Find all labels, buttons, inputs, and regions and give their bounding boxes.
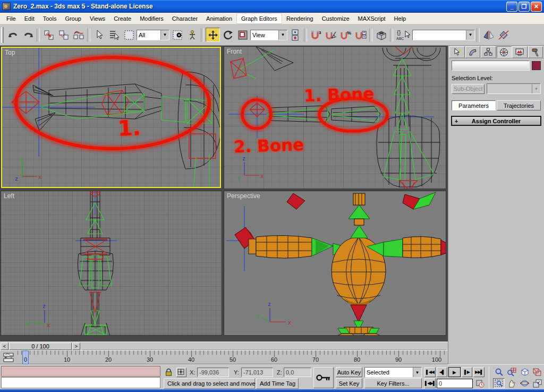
time-slider-next-button[interactable]: > (72, 343, 80, 350)
spinner-snap-button[interactable] (353, 28, 368, 42)
minimize-button[interactable]: _ (506, 2, 517, 12)
tab-motion[interactable] (497, 46, 512, 58)
select-object-button[interactable] (92, 28, 106, 42)
top-viewport-canvas[interactable]: y x z (2, 48, 221, 188)
parameters-tab-button[interactable]: Parameters (452, 100, 496, 110)
go-to-start-button[interactable]: ▌◀◀ (424, 367, 436, 377)
auto-key-button[interactable]: Auto Key (336, 367, 362, 377)
selection-region-button[interactable] (122, 28, 136, 42)
viewport-top-label[interactable]: Top (5, 49, 15, 56)
selection-filter-combo[interactable]: All ▼ (137, 30, 169, 40)
select-and-scale-button[interactable] (235, 28, 250, 42)
tab-display[interactable] (512, 46, 528, 58)
tab-utilities[interactable] (528, 46, 543, 58)
align-button[interactable] (496, 28, 511, 42)
viewport-front[interactable]: z x y Front 1. Bone 2. Bone (224, 46, 446, 189)
viewport-perspective-label[interactable]: Perspective (227, 192, 260, 200)
menu-animation[interactable]: Animation (202, 14, 236, 23)
menu-tools[interactable]: Tools (39, 14, 61, 23)
chevron-down-icon[interactable]: ▼ (160, 30, 169, 40)
key-filters-button[interactable]: Key Filters... (364, 378, 422, 388)
use-center-flyout-button[interactable] (288, 28, 302, 42)
zoom-extents-all-button[interactable] (531, 367, 543, 377)
menu-create[interactable]: Create (109, 14, 135, 23)
time-slider-prev-button[interactable]: < (1, 343, 8, 350)
select-and-rotate-button[interactable] (220, 28, 235, 42)
menu-maxscript[interactable]: MAXScript (354, 14, 390, 23)
play-button[interactable]: ▶ (448, 367, 461, 377)
key-mode-combo[interactable]: Selected ▼ (364, 367, 422, 378)
select-by-name-button[interactable] (107, 28, 121, 42)
snap-toggle-3d-button[interactable]: 3 (309, 28, 323, 42)
toolbar-grip[interactable] (1, 27, 4, 43)
region-zoom-button[interactable] (493, 378, 505, 388)
add-time-tag[interactable]: Add Time Tag (256, 378, 299, 389)
pan-button[interactable] (506, 378, 517, 388)
menu-character[interactable]: Character (168, 14, 202, 23)
current-frame-field[interactable]: 0 (437, 379, 473, 388)
named-selection-combo[interactable]: ▼ (412, 30, 475, 40)
zoom-button[interactable] (493, 367, 505, 377)
selection-lock-toggle[interactable] (165, 368, 173, 378)
menu-rendering[interactable]: Rendering (282, 14, 318, 23)
time-slider-track[interactable] (82, 343, 446, 350)
min-max-toggle-button[interactable] (531, 378, 543, 388)
reference-coord-combo[interactable]: View ▼ (250, 30, 287, 40)
chevron-down-icon[interactable]: ▼ (466, 30, 474, 40)
key-mode-toggle-button[interactable]: ▌◀▶▌ (424, 378, 436, 388)
z-coord-field[interactable]: 0,0 (284, 368, 311, 377)
menu-file[interactable]: File (2, 14, 20, 23)
sub-object-level-combo[interactable]: ▼ (487, 83, 541, 94)
bind-to-space-warp-button[interactable] (71, 28, 86, 42)
zoom-extents-button[interactable] (518, 367, 530, 377)
tab-hierarchy[interactable] (481, 46, 496, 58)
x-coord-field[interactable]: -99,036 (197, 368, 229, 377)
maxscript-listener-macro-line[interactable] (1, 366, 160, 377)
viewport-front-label[interactable]: Front (227, 48, 242, 55)
redo-button[interactable] (21, 28, 35, 42)
go-to-end-button[interactable]: ▶▶▌ (473, 367, 484, 377)
restore-button[interactable]: ❐ (518, 2, 530, 12)
viewport-top[interactable]: y x z Top 1. (1, 47, 221, 188)
left-viewport-canvas[interactable]: z y x (1, 191, 222, 336)
close-button[interactable]: ✕ (531, 2, 542, 12)
angle-snap-button[interactable] (324, 28, 338, 42)
chevron-down-icon[interactable]: ▼ (278, 30, 287, 40)
select-and-move-button[interactable] (206, 28, 220, 42)
named-selection-sets-button[interactable]: {}ABC (395, 28, 412, 42)
next-frame-button[interactable]: ▌▶ (462, 367, 472, 377)
menu-views[interactable]: Views (86, 14, 109, 23)
trajectories-tab-button[interactable]: Trajectories (497, 100, 541, 110)
select-and-manipulate-button[interactable] (185, 28, 199, 42)
track-bar-ruler[interactable]: 0 10 20 30 40 50 60 70 80 90 100 (17, 351, 448, 364)
viewport-perspective[interactable]: z x y Perspective (224, 191, 446, 336)
menu-group[interactable]: Group (61, 14, 86, 23)
time-configuration-button[interactable] (474, 378, 486, 388)
keyboard-override-toggle[interactable] (374, 28, 388, 42)
set-keys-button[interactable] (313, 367, 334, 388)
mini-curve-editor-button[interactable] (0, 351, 17, 364)
menu-edit[interactable]: Edit (20, 14, 39, 23)
object-name-field[interactable] (452, 61, 530, 71)
previous-frame-button[interactable]: ◀▌ (437, 367, 447, 377)
unlink-button[interactable] (56, 28, 71, 42)
chevron-down-icon[interactable]: ▼ (413, 368, 421, 377)
select-and-link-button[interactable] (41, 28, 56, 42)
percent-snap-button[interactable]: % (338, 28, 353, 42)
maxscript-listener-input-line[interactable] (1, 377, 160, 388)
menu-help[interactable]: Help (390, 14, 411, 23)
menu-graph-editors[interactable]: Graph Editors (236, 13, 282, 24)
tab-create[interactable] (449, 46, 465, 58)
time-slider-handle[interactable]: 0 / 100 (9, 343, 72, 350)
menu-customize[interactable]: Customize (318, 14, 354, 23)
assign-controller-rollout[interactable]: + Assign Controller (451, 116, 541, 126)
sub-object-button[interactable]: Sub-Object (452, 84, 484, 94)
tab-modify[interactable] (465, 46, 481, 58)
viewport-left-label[interactable]: Left (4, 192, 14, 200)
menu-modifiers[interactable]: Modifiers (135, 14, 168, 23)
rollout-expand-icon[interactable]: + (452, 118, 461, 124)
zoom-all-button[interactable] (506, 367, 517, 377)
window-crossing-toggle[interactable] (170, 28, 184, 42)
object-color-swatch[interactable] (532, 61, 541, 70)
y-coord-field[interactable]: -71,013 (241, 368, 273, 377)
